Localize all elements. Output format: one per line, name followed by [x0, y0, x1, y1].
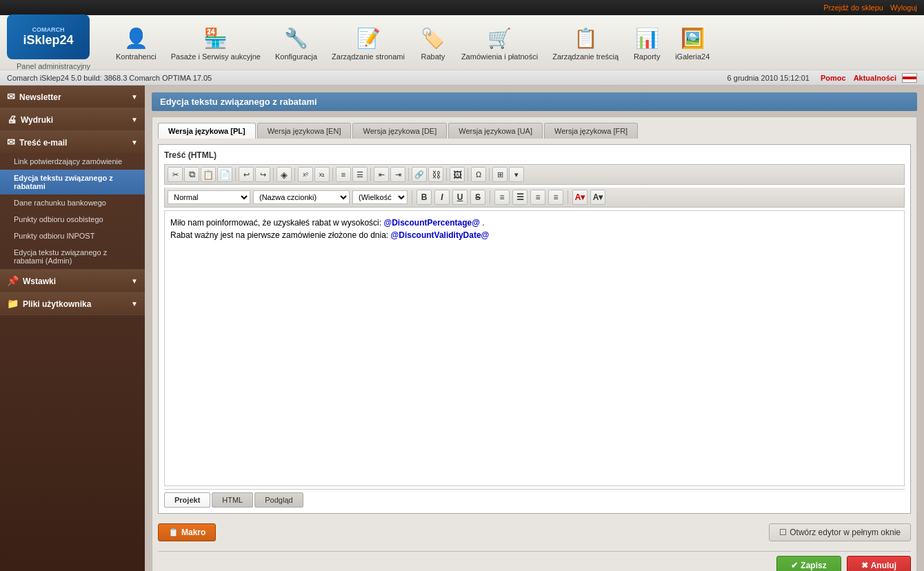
redo-btn[interactable]: ↪ [255, 167, 270, 182]
italic-btn[interactable]: I [434, 190, 450, 205]
goto-shop-link[interactable]: Przejdź do sklepu [823, 3, 883, 12]
open-editor-button[interactable]: ☐ Otwórz edytor w pełnym oknie [769, 523, 911, 541]
table-dropdown-btn[interactable]: ▾ [509, 167, 524, 182]
sidebar-header-wstawki[interactable]: 📌Wstawki ▼ [0, 270, 145, 292]
sidebar-item-edycja-tekstu-admin[interactable]: Edycja tekstu związanego z rabatami (Adm… [0, 244, 145, 269]
pasaze-icon: 🏪 [202, 25, 230, 52]
sidebar-header-wydruki[interactable]: 🖨Wydruki ▼ [0, 108, 145, 130]
open-editor-icon: ☐ [779, 528, 787, 537]
image-btn[interactable]: 🖼 [450, 167, 465, 182]
status-bar: Comarch iSklep24 5.0 build: 3868.3 Comar… [0, 70, 924, 86]
nav-zarzadzanie-trescia[interactable]: 📋 Zarządzanie treścią [547, 22, 624, 63]
paste-btn[interactable]: 📋 [201, 167, 216, 182]
unlink-btn[interactable]: ⛓ [428, 167, 443, 182]
sidebar: ✉Newsletter ▼ 🖨Wydruki ▼ ✉Treść e-mail ▼… [0, 86, 145, 571]
help-link[interactable]: Pomoc [821, 74, 846, 82]
sidebar-header-tresc-email[interactable]: ✉Treść e-mail ▼ [0, 131, 145, 153]
ol-btn[interactable]: ≡ [336, 167, 351, 182]
strikethrough-btn[interactable]: S [470, 190, 485, 205]
sidebar-header-newsletter[interactable]: ✉Newsletter ▼ [0, 86, 145, 108]
macro-button[interactable]: 📋 Makro [158, 523, 216, 541]
nav-zarzadzanie-stronami[interactable]: 📝 Zarządzanie stronami [326, 22, 410, 63]
toolbar-sep-9 [489, 168, 490, 181]
format-sep-1 [412, 190, 412, 204]
format-size-select[interactable]: (Wielkość cz [352, 190, 408, 204]
save-button[interactable]: ✔ Zapisz [776, 556, 841, 571]
format-style-select[interactable]: Normal [168, 190, 250, 204]
cancel-button[interactable]: ✖ Anuluj [847, 556, 911, 571]
nav-zamowienia[interactable]: 🛒 Zamówienia i płatności [456, 22, 543, 63]
superscript-btn[interactable]: x² [298, 167, 313, 182]
wstawki-icon: 📌 [7, 275, 19, 286]
text-color-btn[interactable]: A▾ [572, 190, 587, 205]
logout-link[interactable]: Wyloguj [890, 3, 917, 12]
table-btn[interactable]: ⊞ [492, 167, 508, 182]
source-btn[interactable]: ◈ [277, 167, 292, 182]
logo-product: iSklep24 [23, 33, 73, 48]
tab-podglad[interactable]: Podgląd [254, 492, 303, 508]
ul-btn[interactable]: ☰ [352, 167, 368, 182]
toolbar-sep-1 [235, 168, 236, 181]
format-sep-3 [568, 190, 568, 204]
link-btn[interactable]: 🔗 [412, 167, 427, 182]
datetime: 6 grudnia 2010 15:12:01 [727, 74, 810, 82]
bold-btn[interactable]: B [416, 190, 432, 205]
tab-ua[interactable]: Wersja językowa [UA] [448, 123, 543, 139]
main-layout: ✉Newsletter ▼ 🖨Wydruki ▼ ✉Treść e-mail ▼… [0, 86, 924, 571]
tab-projekt[interactable]: Projekt [164, 492, 210, 508]
cut-btn[interactable]: ✂ [168, 167, 183, 182]
underline-btn[interactable]: U [452, 190, 468, 205]
tab-pl[interactable]: Wersja językowa [PL] [158, 123, 256, 139]
nav-kontrahenci[interactable]: 👤 Kontrahenci [110, 22, 162, 63]
sidebar-item-punkty-odbioru[interactable]: Punkty odbioru osobistego [0, 211, 145, 228]
toolbar-sep-4 [332, 168, 333, 181]
raporty-icon: 📊 [633, 25, 661, 52]
copy-btn[interactable]: ⧉ [184, 167, 199, 182]
special-chars-btn[interactable]: Ω [471, 167, 486, 182]
tresc-email-icon: ✉ [7, 137, 15, 148]
nav-rabaty[interactable]: 🏷️ Rabaty [414, 22, 452, 63]
format-font-select[interactable]: (Nazwa czcionki) [253, 190, 350, 204]
pastetext-btn[interactable]: 📄 [217, 167, 232, 182]
subscript-btn[interactable]: x₂ [314, 167, 330, 182]
nav-konfiguracja[interactable]: 🔧 Konfiguracja [270, 22, 323, 63]
logo-brand: COMARCH [32, 26, 65, 33]
rabaty-icon: 🏷️ [419, 25, 447, 52]
panel-label: Panel administracyjny [17, 62, 90, 70]
macro-icon: 📋 [168, 528, 179, 537]
align-right-btn[interactable]: ≡ [530, 190, 545, 205]
pliki-icon: 📁 [7, 298, 19, 309]
nav-pasaze[interactable]: 🏪 Pasaże i Serwisy aukcyjne [165, 22, 266, 63]
tab-html[interactable]: HTML [212, 492, 253, 508]
undo-btn[interactable]: ↩ [239, 167, 254, 182]
sidebar-item-dane-rachunku[interactable]: Dane rachunku bankowego [0, 194, 145, 211]
toolbar-sep-5 [370, 168, 371, 181]
bg-color-btn[interactable]: A▾ [590, 190, 605, 205]
sidebar-item-edycja-tekstu[interactable]: Edycja tekstu związanego z rabatami [0, 170, 145, 194]
indent-btn[interactable]: ⇥ [390, 167, 405, 182]
tab-de[interactable]: Wersja językowa [DE] [352, 123, 447, 139]
top-bar: Przejdź do sklepu Wyloguj [0, 0, 924, 15]
sidebar-item-link-potwierdzajacy[interactable]: Link potwierdzający zamówienie [0, 153, 145, 170]
news-link[interactable]: Aktualności [854, 74, 896, 82]
nav-igaleria[interactable]: 🖼️ iGaleria24 [670, 22, 715, 63]
bottom-tabs: Projekt HTML Podgląd [164, 489, 905, 508]
sidebar-header-pliki[interactable]: 📁Pliki użytkownika ▼ [0, 292, 145, 314]
tresc-email-arrow: ▼ [131, 139, 138, 146]
align-center-btn[interactable]: ☰ [512, 190, 528, 205]
editor-content[interactable]: Miło nam poinformować, że uzyskałeś raba… [164, 210, 905, 486]
format-sep-2 [490, 190, 490, 204]
align-left-btn[interactable]: ≡ [494, 190, 510, 205]
tab-en[interactable]: Wersja językowa [EN] [257, 123, 352, 139]
sidebar-item-punkty-inpost[interactable]: Punkty odbioru INPOST [0, 228, 145, 244]
discount-percentage-tag: @DiscountPercentage@ [383, 218, 479, 228]
nav-raporty[interactable]: 📊 Raporty [627, 22, 666, 63]
editor-label: Treść (HTML) [164, 150, 905, 160]
editor-line-2: Rabat ważny jest na pierwsze zamówienie … [170, 229, 898, 241]
save-icon: ✔ [791, 561, 798, 570]
align-justify-btn[interactable]: ≡ [548, 190, 563, 205]
tab-fr[interactable]: Wersja językowa [FR] [544, 123, 638, 139]
discount-validity-tag: @DiscountValidityDate@ [391, 230, 490, 240]
sidebar-section-newsletter: ✉Newsletter ▼ [0, 86, 145, 108]
outdent-btn[interactable]: ⇤ [374, 167, 389, 182]
